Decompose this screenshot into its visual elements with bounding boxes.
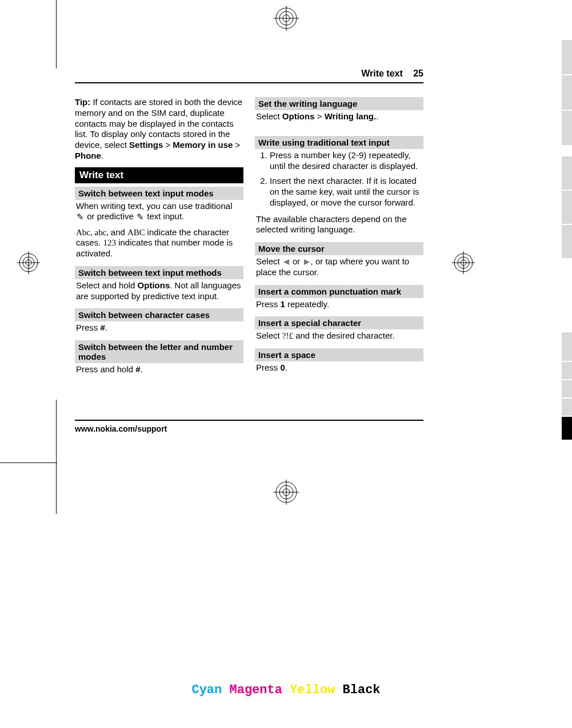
registration-mark-icon (274, 6, 299, 33)
cyan-label: Cyan (191, 683, 222, 697)
predictive-input-icon: ✎ (136, 212, 145, 223)
tip-paragraph: Tip: If contacts are stored in both the … (75, 97, 243, 162)
left-column: Tip: If contacts are stored in both the … (75, 97, 243, 379)
page-header: Write text 25 (75, 69, 423, 83)
registration-mark-icon (274, 480, 299, 506)
registration-mark-icon (17, 251, 40, 276)
heading-letter-number: Switch between the letter and number mod… (75, 340, 243, 363)
color-bar: Cyan Magenta Yellow Black (191, 683, 380, 697)
body-text: Press 0. (255, 361, 423, 377)
right-column: Set the writing language Select Options … (255, 97, 423, 379)
steps-list: Press a number key (2-9) repeatedly, unt… (255, 150, 423, 208)
footer-url: www.nokia.com/support (75, 420, 423, 433)
step-item: Press a number key (2-9) repeatedly, unt… (270, 150, 423, 172)
traditional-input-icon: ✎ (76, 212, 85, 223)
registration-mark-icon (452, 251, 475, 276)
page-number: 25 (413, 69, 423, 78)
heading-space: Insert a space (255, 348, 423, 361)
body-text: Select ?!£ and the desired character. (255, 329, 423, 345)
svg-marker-21 (304, 259, 310, 265)
body-text: Select or , or tap where you want to pla… (255, 255, 423, 281)
body-text: Press #. (75, 321, 243, 337)
heading-switch-cases: Switch between character cases (75, 308, 243, 321)
heading-move-cursor: Move the cursor (255, 242, 423, 255)
yellow-label: Yellow (290, 683, 335, 697)
header-title: Write text (361, 69, 403, 78)
section-write-text: Write text (75, 167, 243, 183)
heading-traditional-input: Write using traditional text input (255, 136, 423, 149)
black-label: Black (343, 683, 381, 697)
body-text: Press and hold #. (75, 363, 243, 379)
magenta-label: Magenta (229, 683, 282, 697)
arrow-left-icon (282, 256, 290, 266)
side-tabs (562, 40, 572, 441)
arrow-right-icon (303, 256, 311, 266)
heading-switch-methods: Switch between text input methods (75, 266, 243, 279)
body-text: Abc, abc, and ABC indicate the character… (75, 226, 243, 263)
heading-punctuation: Insert a common punctuation mark (255, 285, 423, 298)
heading-writing-language: Set the writing language (255, 97, 423, 110)
body-text: When writing text, you can use tradition… (75, 200, 243, 226)
body-text: The available characters depend on the s… (255, 213, 423, 239)
body-text: Select and hold Options. Not all languag… (75, 279, 243, 305)
symbol-icon: ?!£ (282, 331, 293, 340)
body-text: Press 1 repeatedly. (255, 298, 423, 313)
svg-marker-20 (283, 259, 289, 265)
body-text: Select Options > Writing lang.. (255, 110, 423, 126)
heading-switch-modes: Switch between text input modes (75, 187, 243, 200)
step-item: Insert the next character. If it is loca… (270, 176, 423, 208)
heading-special-char: Insert a special character (255, 316, 423, 329)
